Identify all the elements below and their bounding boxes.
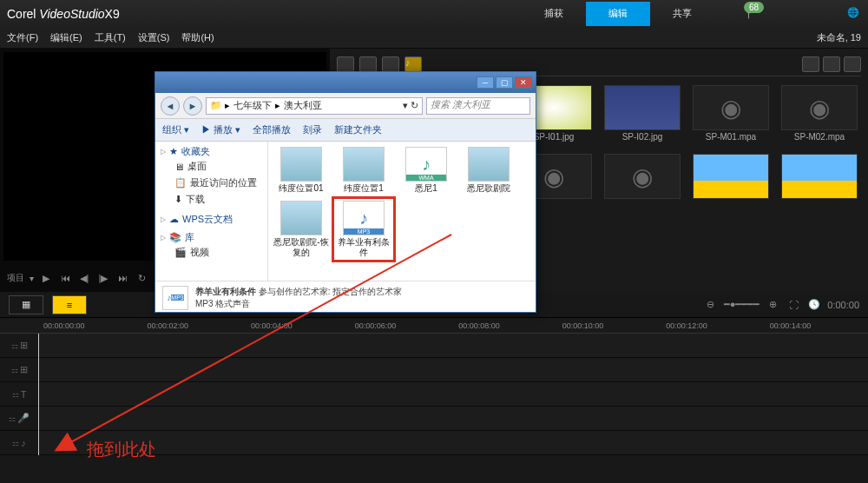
- tree-wps[interactable]: ☁ WPS云文档: [161, 213, 262, 226]
- file-item[interactable]: 纬度位置1: [336, 147, 391, 194]
- fit-project-icon[interactable]: ⛶: [786, 297, 801, 313]
- track-title[interactable]: ⚏T: [0, 382, 38, 407]
- loop-button[interactable]: ↻: [135, 271, 148, 285]
- back-button[interactable]: ◄: [161, 96, 180, 116]
- next-frame-button[interactable]: |▶: [96, 271, 110, 285]
- library-item[interactable]: [781, 154, 858, 210]
- view-controls: [802, 56, 861, 72]
- search-input[interactable]: 搜索 澳大利亚: [426, 97, 530, 115]
- zoom-out-icon[interactable]: ⊖: [703, 297, 719, 313]
- maximize-button[interactable]: ▢: [496, 76, 513, 89]
- clock-icon: 🕓: [806, 297, 822, 313]
- play-all-button[interactable]: 全部播放: [253, 123, 291, 136]
- notification-badge[interactable]: 68: [744, 2, 764, 13]
- burn-button[interactable]: 刻录: [303, 123, 322, 136]
- close-button[interactable]: ✕: [515, 76, 532, 89]
- explorer-tree: ★ 收藏夹 🖥 桌面 📋 最近访问的位置 ⬇ 下载 ☁ WPS云文档 📚 库 🎬…: [155, 142, 268, 281]
- file-list[interactable]: 纬度位置01纬度位置1WMA悉尼1悉尼歌剧院悉尼歌剧院-恢复的MP3养羊业有利条…: [268, 142, 536, 281]
- menubar: 文件(F) 编辑(E) 工具(T) 设置(S) 帮助(H) 未命名, 19: [0, 28, 868, 49]
- timeline-tracks: ⚏⊞ ⚏⊞ ⚏T ⚏🎤 ⚏♪: [0, 334, 868, 455]
- prev-frame-button[interactable]: ◀|: [77, 271, 91, 285]
- tree-favorites[interactable]: ★ 收藏夹: [161, 145, 262, 158]
- track-labels: ⚏⊞ ⚏⊞ ⚏T ⚏🎤 ⚏♪: [0, 334, 38, 455]
- play-button[interactable]: ▶: [39, 271, 53, 285]
- timeline-body[interactable]: [38, 334, 868, 455]
- details-pane: ♪MP3 养羊业有利条件 参与创作的艺术家: 指定合作的艺术家 MP3 格式声音: [155, 281, 536, 314]
- goto-start-button[interactable]: ⏮: [58, 271, 72, 285]
- address-bar[interactable]: 📁 ▸ 七年级下 ▸ 澳大利亚 ▾ ↻: [206, 97, 423, 115]
- media-icon[interactable]: [359, 56, 377, 72]
- file-explorer-window: ─ ▢ ✕ ◄ ► 📁 ▸ 七年级下 ▸ 澳大利亚 ▾ ↻ 搜索 澳大利亚 组织…: [155, 71, 536, 313]
- preview-mode-toggle[interactable]: ▾: [30, 274, 34, 283]
- tree-library[interactable]: 📚 库: [161, 231, 262, 244]
- forward-button[interactable]: ►: [183, 96, 202, 116]
- track-video[interactable]: ⚏⊞: [0, 334, 38, 358]
- play-menu[interactable]: ▶ 播放 ▾: [201, 123, 240, 136]
- detail-meta1: 参与创作的艺术家: 指定合作的艺术家: [259, 287, 403, 296]
- explorer-nav: ◄ ► 📁 ▸ 七年级下 ▸ 澳大利亚 ▾ ↻ 搜索 澳大利亚: [155, 93, 536, 119]
- music-icon[interactable]: ♪: [404, 56, 422, 72]
- tree-video[interactable]: 🎬 视频: [161, 244, 262, 261]
- explorer-body: ★ 收藏夹 🖥 桌面 📋 最近访问的位置 ⬇ 下载 ☁ WPS云文档 📚 库 🎬…: [155, 142, 536, 281]
- track-voice[interactable]: ⚏🎤: [0, 407, 38, 431]
- goto-end-button[interactable]: ⏭: [115, 271, 129, 285]
- app-logo: Corel VideoStudioX9: [7, 7, 120, 21]
- library-item[interactable]: [604, 154, 681, 210]
- detail-meta2: MP3 格式声音: [195, 298, 402, 310]
- globe-icon[interactable]: 🌐: [847, 7, 859, 18]
- timeline-ruler[interactable]: 00:00:00:0000:00:02:0000:00:04:0000:00:0…: [0, 318, 868, 334]
- tab-edit[interactable]: 编辑: [586, 2, 650, 26]
- menu-settings[interactable]: 设置(S): [138, 31, 170, 44]
- file-type-icon: ♪MP3: [162, 286, 188, 310]
- grid-view-icon[interactable]: [823, 56, 840, 72]
- timeline-view-button[interactable]: ≡: [52, 295, 87, 314]
- filter-icon[interactable]: [382, 56, 399, 72]
- track-music[interactable]: ⚏♪: [0, 431, 38, 455]
- library-item[interactable]: [693, 154, 769, 210]
- menu-help[interactable]: 帮助(H): [181, 31, 214, 44]
- file-item[interactable]: WMA悉尼1: [398, 147, 454, 194]
- explorer-menu: 组织 ▾ ▶ 播放 ▾ 全部播放 刻录 新建文件夹: [155, 119, 536, 142]
- tree-recent[interactable]: 📋 最近访问的位置: [161, 175, 262, 191]
- file-item[interactable]: 悉尼歌剧院: [461, 147, 516, 194]
- workspace-tabs: 捕获 编辑 共享 ↑: [522, 2, 774, 26]
- library-item[interactable]: SP-M02.mpa: [781, 85, 858, 142]
- file-item[interactable]: MP3养羊业有利条件: [336, 201, 391, 258]
- library-item[interactable]: SP-M01.mpa: [693, 85, 769, 142]
- tree-downloads[interactable]: ⬇ 下载: [161, 191, 262, 208]
- titlebar: Corel VideoStudioX9 捕获 编辑 共享 ↑ 68 🌐: [0, 0, 868, 28]
- tree-desktop[interactable]: 🖥 桌面: [161, 158, 262, 175]
- menu-tools[interactable]: 工具(T): [95, 31, 126, 44]
- zoom-slider[interactable]: ━●━━━━: [724, 299, 760, 310]
- project-name: 未命名, 19: [817, 31, 861, 44]
- minimize-button[interactable]: ─: [477, 76, 494, 89]
- zoom-in-icon[interactable]: ⊕: [765, 297, 780, 313]
- preview-mode-label: 项目: [7, 272, 24, 284]
- tab-capture[interactable]: 捕获: [522, 2, 586, 26]
- new-folder-button[interactable]: 新建文件夹: [334, 123, 382, 136]
- annotation-text: 拖到此处: [87, 438, 156, 461]
- timecode-display[interactable]: 0:00:00: [827, 300, 859, 310]
- library-item[interactable]: SP-I02.jpg: [604, 85, 681, 142]
- organize-menu[interactable]: 组织 ▾: [162, 123, 189, 136]
- list-view-icon[interactable]: [802, 56, 819, 72]
- menu-file[interactable]: 文件(F): [7, 31, 38, 44]
- window-titlebar[interactable]: ─ ▢ ✕: [155, 72, 536, 93]
- sort-icon[interactable]: [844, 56, 861, 72]
- tab-share[interactable]: 共享: [650, 2, 714, 26]
- track-overlay[interactable]: ⚏⊞: [0, 358, 38, 382]
- folder-icon[interactable]: [337, 56, 354, 72]
- detail-filename: 养羊业有利条件: [195, 287, 256, 296]
- playhead[interactable]: [38, 334, 39, 455]
- menu-edit[interactable]: 编辑(E): [50, 31, 82, 44]
- storyboard-view-button[interactable]: ▦: [9, 295, 43, 314]
- file-item[interactable]: 悉尼歌剧院-恢复的: [273, 201, 329, 258]
- file-item[interactable]: 纬度位置01: [273, 147, 329, 194]
